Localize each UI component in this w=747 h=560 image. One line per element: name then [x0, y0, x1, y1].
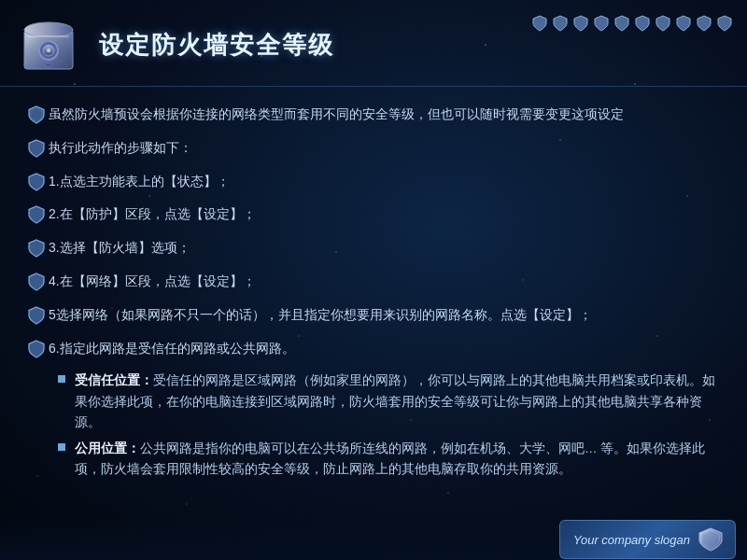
step-3-text: 3.选择【防火墙】选项； — [49, 237, 719, 259]
content-area: 虽然防火墙预设会根据你连接的网络类型而套用不同的安全等级，但也可以随时视需要变更… — [0, 87, 747, 560]
step-2-text: 2.在【防护】区段，点选【设定】； — [49, 203, 719, 226]
footer-shield-icon — [698, 526, 724, 553]
step-2-item: 2.在【防护】区段，点选【设定】； — [28, 203, 719, 231]
footer: Your company slogan — [0, 519, 747, 560]
sub-text-trusted: 受信任位置：受信任的网路是区域网路（例如家里的网路），你可以与网路上的其他电脑共… — [75, 371, 719, 433]
shield-deco-5 — [614, 15, 629, 32]
step-6-text: 6.指定此网路是受信任的网路或公共网路。 — [49, 338, 719, 360]
svg-rect-2 — [28, 35, 69, 37]
slogan-area: Your company slogan — [559, 520, 736, 559]
step-0-text: 执行此动作的步骤如下： — [49, 137, 719, 160]
svg-rect-6 — [46, 63, 51, 66]
step-4-item: 4.在【网络】区段，点选【设定】； — [28, 271, 719, 299]
sub-text-public: 公用位置：公共网路是指你的电脑可以在公共场所连线的网路，例如在机场、大学、网吧…… — [75, 439, 719, 481]
bullet-square-2 — [58, 443, 65, 451]
shield-deco-8 — [676, 15, 691, 32]
shield-deco-9 — [697, 15, 712, 32]
svg-point-1 — [24, 22, 73, 37]
step-5-item: 5选择网络（如果网路不只一个的话），并且指定你想要用来识别的网路名称。点选【设定… — [28, 304, 719, 332]
intro-text: 虽然防火墙预设会根据你连接的网络类型而套用不同的安全等级，但也可以随时视需要变更… — [49, 104, 719, 126]
shield-deco-2 — [553, 15, 568, 32]
shield-icon-4 — [28, 273, 49, 299]
shield-icon-5 — [28, 306, 49, 332]
step-0-item: 执行此动作的步骤如下： — [28, 137, 719, 165]
page-title: 设定防火墙安全等级 — [99, 29, 334, 62]
shield-deco-3 — [573, 15, 588, 32]
sub-item-public: 公用位置：公共网路是指你的电脑可以在公共场所连线的网路，例如在机场、大学、网吧…… — [58, 439, 719, 481]
step-1-item: 1.点选主功能表上的【状态】； — [28, 171, 719, 199]
step-1-text: 1.点选主功能表上的【状态】； — [49, 171, 719, 193]
header-icon — [15, 11, 82, 78]
shield-deco-4 — [594, 15, 609, 32]
company-slogan: Your company slogan — [573, 533, 690, 547]
shield-icon-6 — [28, 340, 49, 366]
step-6-item: 6.指定此网路是受信任的网路或公共网路。 — [28, 338, 719, 366]
svg-point-5 — [47, 49, 50, 52]
intro-item: 虽然防火墙预设会根据你连接的网络类型而套用不同的安全等级，但也可以随时视需要变更… — [28, 104, 719, 132]
shields-decoration — [532, 15, 732, 32]
sub-item-trusted: 受信任位置：受信任的网路是区域网路（例如家里的网路），你可以与网路上的其他电脑共… — [58, 371, 719, 433]
shield-deco-10 — [717, 15, 732, 32]
shield-deco-7 — [655, 15, 670, 32]
shield-icon-0 — [28, 139, 49, 165]
shield-deco-1 — [532, 15, 547, 32]
step-5-text: 5选择网络（如果网路不只一个的话），并且指定你想要用来识别的网路名称。点选【设定… — [49, 304, 719, 327]
shield-icon-2 — [28, 205, 49, 231]
shield-icon-3 — [28, 239, 49, 265]
shield-deco-6 — [635, 15, 650, 32]
step-3-item: 3.选择【防火墙】选项； — [28, 237, 719, 265]
shield-icon-1 — [28, 173, 49, 199]
header: 设定防火墙安全等级 — [0, 0, 747, 87]
bullet-square-1 — [58, 375, 65, 383]
shield-icon-intro — [28, 105, 49, 132]
step-4-text: 4.在【网络】区段，点选【设定】； — [49, 271, 719, 293]
